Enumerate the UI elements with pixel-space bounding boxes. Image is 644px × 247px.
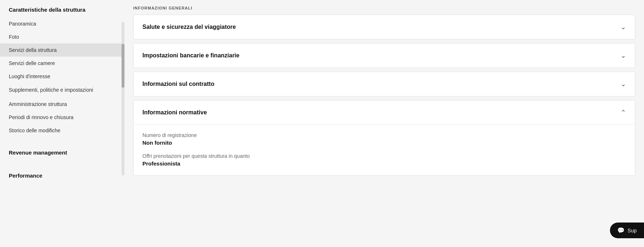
chevron-down-icon: ⌄ xyxy=(621,80,626,88)
sidebar-item-storico[interactable]: Storico delle modifiche xyxy=(0,124,124,137)
accordion-normative-title: Informazioni normative xyxy=(142,109,207,116)
field-numero-registrazione-label: Numero di registrazione xyxy=(142,132,626,138)
accordion-normative: Informazioni normative ⌃ Numero di regis… xyxy=(133,100,635,176)
field-prenotazioni-label: Offri prenotazioni per questa struttura … xyxy=(142,153,626,159)
section-label: INFORMAZIONI GENERALI xyxy=(133,0,635,15)
main-content: INFORMAZIONI GENERALI Salute e sicurezza… xyxy=(124,0,644,247)
sidebar-section-title-3: Performance xyxy=(0,166,124,183)
accordion-contratto-title: Informazioni sul contratto xyxy=(142,81,214,87)
accordion-normative-header[interactable]: Informazioni normative ⌃ xyxy=(134,100,635,125)
sidebar: Caratteristiche della struttura Panorami… xyxy=(0,0,124,247)
field-prenotazioni: Offri prenotazioni per questa struttura … xyxy=(142,153,626,167)
accordion-contratto: Informazioni sul contratto ⌄ xyxy=(133,72,635,96)
sidebar-scrollbar xyxy=(122,22,124,175)
sidebar-item-panoramica[interactable]: Panoramica xyxy=(0,17,124,30)
support-button[interactable]: 💬 Sup xyxy=(610,223,644,238)
accordion-bancarie-title: Impostazioni bancarie e finanziarie xyxy=(142,52,239,59)
sidebar-item-foto[interactable]: Foto xyxy=(0,30,124,43)
accordion-bancarie-header[interactable]: Impostazioni bancarie e finanziarie ⌄ xyxy=(134,43,635,68)
sidebar-scrollbar-thumb[interactable] xyxy=(122,44,124,88)
accordion-salute-header[interactable]: Salute e sicurezza del viaggiatore ⌄ xyxy=(134,15,635,39)
chevron-up-icon: ⌃ xyxy=(621,109,626,117)
sidebar-item-periodi[interactable]: Periodi di rinnovo e chiusura xyxy=(0,111,124,124)
chevron-down-icon: ⌄ xyxy=(621,52,626,60)
sidebar-item-amministrazione[interactable]: Amministrazione struttura xyxy=(0,98,124,111)
accordion-normative-body: Numero di registrazione Non fornito Offr… xyxy=(134,125,635,175)
sidebar-section-title-1: Caratteristiche della struttura xyxy=(0,0,124,17)
support-icon: 💬 xyxy=(617,227,625,234)
sidebar-item-servizi-struttura[interactable]: Servizi della struttura xyxy=(0,43,124,57)
field-numero-registrazione-value: Non fornito xyxy=(142,140,626,146)
chevron-down-icon: ⌄ xyxy=(621,23,626,31)
accordion-contratto-header[interactable]: Informazioni sul contratto ⌄ xyxy=(134,72,635,96)
field-numero-registrazione: Numero di registrazione Non fornito xyxy=(142,132,626,146)
support-label: Sup xyxy=(628,228,637,233)
accordion-salute-title: Salute e sicurezza del viaggiatore xyxy=(142,24,236,30)
sidebar-item-luoghi-interesse[interactable]: Luoghi d'interesse xyxy=(0,70,124,83)
sidebar-item-servizi-camere[interactable]: Servizi delle camere xyxy=(0,57,124,70)
accordion-bancarie: Impostazioni bancarie e finanziarie ⌄ xyxy=(133,43,635,68)
field-prenotazioni-value: Professionista xyxy=(142,160,626,167)
sidebar-section-title-2: Revenue management xyxy=(0,143,124,160)
sidebar-item-supplementi[interactable]: Supplementi, politiche e impostazioni xyxy=(0,83,124,98)
accordion-salute: Salute e sicurezza del viaggiatore ⌄ xyxy=(133,15,635,39)
